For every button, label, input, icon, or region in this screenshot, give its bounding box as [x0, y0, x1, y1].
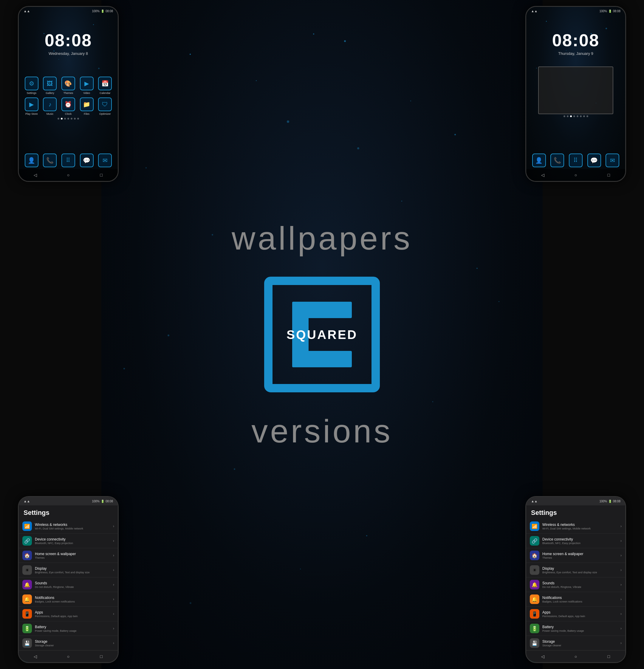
- settings-item-storage-br[interactable]: 💾 Storage Storage cleaner ›: [526, 636, 625, 651]
- dot-5: [71, 118, 72, 119]
- settings-item-sounds[interactable]: 🔔 Sounds Do not disturb, Ringtone, Vibra…: [19, 578, 118, 592]
- nav-home-br[interactable]: ○: [572, 653, 579, 660]
- settings-item-wireless-br[interactable]: 📶 Wireless & networks Wi-Fi, Dual SIM se…: [526, 519, 625, 533]
- apps-chevron-br: ›: [620, 612, 621, 616]
- dot-1: [58, 118, 59, 119]
- app-files-label: Files: [84, 112, 89, 115]
- settings-item-device[interactable]: 🔗 Device connectivity Bluetooth, NFC, Ea…: [19, 533, 118, 548]
- nav-bar-tr: ◁ ○ □: [526, 169, 625, 181]
- apps-icon: 📱: [23, 609, 32, 618]
- dock-messages-tr[interactable]: 💬: [587, 154, 601, 167]
- dot-tr-2: [567, 115, 569, 117]
- settings-item-battery-br[interactable]: 🔋 Battery Power saving mode, Battery usa…: [526, 621, 625, 636]
- app-clock[interactable]: ⏰ Clock: [61, 98, 75, 115]
- notifications-sub: Badges, Lock screen notifications: [35, 600, 110, 603]
- app-files[interactable]: 📁 Files: [80, 98, 94, 115]
- settings-item-notifications[interactable]: 🔔 Notifications Badges, Lock screen noti…: [19, 592, 118, 607]
- dot-tr-1: [563, 115, 565, 117]
- home-dock-tr: 👤 📞 ⠿ 💬 ✉: [526, 154, 625, 167]
- dock-email-tr[interactable]: ✉: [605, 154, 619, 167]
- app-playstore[interactable]: ▶ Play Store: [25, 98, 39, 115]
- settings-item-battery[interactable]: 🔋 Battery Power saving mode, Battery usa…: [19, 621, 118, 636]
- apps-text: Apps Permissions, Default apps, App twin: [35, 610, 110, 618]
- dock-apps[interactable]: ⠿: [61, 154, 75, 167]
- settings-item-wireless[interactable]: 📶 Wireless & networks Wi-Fi, Dual SIM se…: [19, 519, 118, 533]
- app-music[interactable]: ♪ Music: [43, 98, 57, 115]
- settings-item-apps-br[interactable]: 📱 Apps Permissions, Default apps, App tw…: [526, 607, 625, 621]
- settings-item-storage[interactable]: 💾 Storage Storage cleaner ›: [19, 636, 118, 651]
- nav-home[interactable]: ○: [65, 171, 72, 179]
- device-title-br: Device connectivity: [542, 537, 617, 541]
- app-optimizer-label: Optimizer: [99, 112, 111, 115]
- dock-email[interactable]: ✉: [98, 154, 112, 167]
- nav-home-bl[interactable]: ○: [65, 653, 72, 660]
- homescreen-chevron-br: ›: [620, 553, 621, 557]
- nav-recent-tr[interactable]: □: [605, 171, 612, 179]
- music-icon: ♪: [43, 98, 57, 111]
- notifications-sub-br: Badges, Lock screen notifications: [542, 600, 617, 603]
- dock-apps-tr[interactable]: ⠿: [569, 154, 583, 167]
- battery-text-br: Battery Power saving mode, Battery usage: [542, 625, 617, 632]
- dot-tr-8: [586, 115, 588, 117]
- battery-text: Battery Power saving mode, Battery usage: [35, 625, 110, 632]
- nav-back-bl[interactable]: ◁: [32, 653, 39, 660]
- app-optimizer[interactable]: 🛡 Optimizer: [98, 98, 112, 115]
- status-signal: ▲▲: [24, 9, 30, 13]
- center-content: wallpapers SQUARED versions: [101, 0, 543, 669]
- dock-contacts[interactable]: 👤: [25, 154, 39, 167]
- nav-recent[interactable]: □: [98, 171, 105, 179]
- app-gallery-label: Gallery: [46, 91, 54, 95]
- clock-date: Wednesday, January 8: [19, 51, 118, 56]
- apps-chevron: ›: [113, 612, 114, 616]
- nav-recent-br[interactable]: □: [605, 653, 612, 660]
- squared-logo: SQUARED: [259, 272, 385, 397]
- settings-item-homescreen[interactable]: 🏠 Home screen & wallpaper Themes ›: [19, 548, 118, 563]
- settings-item-notifications-br[interactable]: 🔔 Notifications Badges, Lock screen noti…: [526, 592, 625, 607]
- app-settings[interactable]: ⚙ Settings: [25, 76, 39, 95]
- settings-item-display-br[interactable]: ☀ Display Brightness, Eye comfort, Text …: [526, 563, 625, 578]
- nav-back-br[interactable]: ◁: [539, 653, 546, 660]
- wallpaper-preview: [538, 67, 613, 114]
- app-calendar[interactable]: 📅 Calendar: [98, 76, 112, 95]
- display-title: Display: [35, 567, 110, 571]
- dock-messages[interactable]: 💬: [80, 154, 94, 167]
- dot-6: [74, 118, 76, 119]
- clock-time: 08:08: [19, 30, 118, 50]
- display-text-br: Display Brightness, Eye comfort, Text an…: [542, 567, 617, 574]
- dock-phone[interactable]: 📞: [43, 154, 57, 167]
- page-dots: [19, 118, 118, 119]
- battery-title-br: Battery: [542, 625, 617, 629]
- app-gallery[interactable]: 🖼 Gallery: [43, 76, 57, 95]
- page-dots-tr: [526, 115, 625, 117]
- dock-contacts-tr[interactable]: 👤: [532, 154, 546, 167]
- settings-item-display[interactable]: ☀ Display Brightness, Eye comfort, Text …: [19, 563, 118, 578]
- display-chevron-br: ›: [620, 568, 621, 572]
- home-dock: 👤 📞 ⠿ 💬 ✉: [19, 154, 118, 167]
- nav-back-tr[interactable]: ◁: [539, 171, 546, 179]
- app-themes[interactable]: 🎨 Themes: [61, 76, 75, 95]
- settings-item-apps[interactable]: 📱 Apps Permissions, Default apps, App tw…: [19, 607, 118, 621]
- dot-3: [64, 118, 66, 119]
- app-themes-label: Themes: [63, 91, 73, 95]
- battery-icon: 🔋: [23, 624, 32, 633]
- wallpapers-label: wallpapers: [232, 219, 412, 257]
- storage-chevron: ›: [113, 641, 114, 645]
- nav-recent-bl[interactable]: □: [98, 653, 105, 660]
- sounds-title: Sounds: [35, 581, 110, 585]
- status-signal-br: ▲▲: [531, 499, 538, 503]
- battery-chevron: ›: [113, 626, 114, 630]
- display-icon-br: ☀: [530, 565, 539, 575]
- app-playstore-label: Play Store: [25, 112, 38, 115]
- wireless-text: Wireless & networks Wi-Fi, Dual SIM sett…: [35, 523, 110, 530]
- app-video[interactable]: ▶ Video: [80, 76, 94, 95]
- settings-item-homescreen-br[interactable]: 🏠 Home screen & wallpaper Themes ›: [526, 548, 625, 563]
- settings-item-sounds-br[interactable]: 🔔 Sounds Do not disturb, Ringtone, Vibra…: [526, 578, 625, 592]
- nav-home-tr[interactable]: ○: [572, 171, 579, 179]
- dock-phone-tr[interactable]: 📞: [550, 154, 564, 167]
- clock-icon: ⏰: [61, 98, 75, 111]
- settings-list-bl: 📶 Wireless & networks Wi-Fi, Dual SIM se…: [19, 519, 118, 663]
- device-text-br: Device connectivity Bluetooth, NFC, Easy…: [542, 537, 617, 545]
- homescreen-icon: 🏠: [23, 551, 32, 560]
- settings-item-device-br[interactable]: 🔗 Device connectivity Bluetooth, NFC, Ea…: [526, 533, 625, 548]
- nav-back[interactable]: ◁: [32, 171, 39, 179]
